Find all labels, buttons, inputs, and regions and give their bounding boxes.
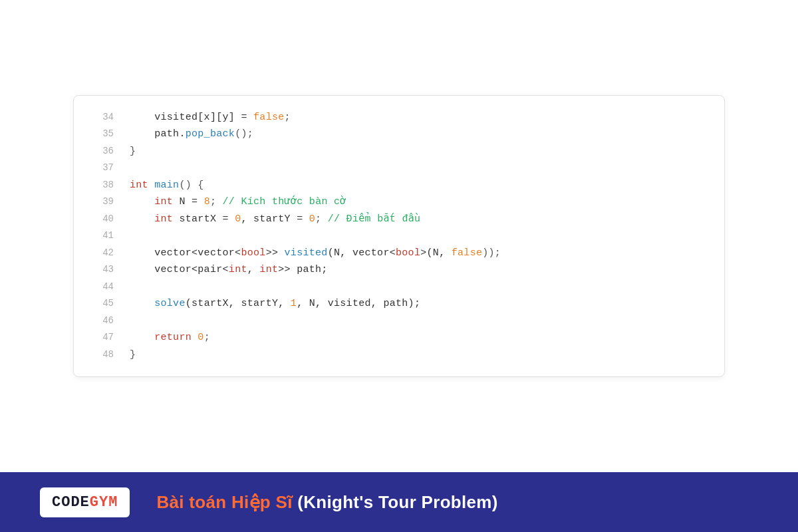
code-line: 47 return 0; (74, 329, 724, 346)
footer: CODEGYM Bài toán Hiệp Sĩ (Knight's Tour … (0, 472, 798, 532)
line-content: int N = 8; // Kích thước bàn cờ (130, 194, 346, 211)
code-line: 45 solve(startX, startY, 1, N, visited, … (74, 295, 724, 313)
token: } (130, 146, 136, 157)
line-content: visited[x][y] = false; (130, 109, 291, 126)
code-line: 39 int N = 8; // Kích thước bàn cờ (74, 194, 724, 211)
code-line: 35 path.pop_back(); (74, 126, 724, 143)
token: ; (315, 213, 328, 225)
token: vector<vector< (130, 247, 241, 259)
line-content: vector<pair<int, int>> path; (130, 261, 328, 279)
token (192, 332, 198, 343)
line-number: 40 (87, 211, 114, 227)
line-number: 44 (87, 279, 114, 295)
logo-box: CODEGYM (40, 487, 130, 517)
line-content: } (130, 346, 136, 364)
token: false (253, 112, 285, 123)
token: path. (130, 128, 186, 140)
token: (); (235, 128, 253, 140)
token: // Kích thước bàn cờ (223, 196, 346, 207)
line-content: int main() { (130, 177, 204, 194)
token: , startY = (241, 213, 309, 225)
line-number: 38 (87, 178, 114, 194)
token: 0 (309, 213, 315, 225)
line-number: 45 (87, 296, 114, 312)
token: , (247, 264, 260, 275)
token: int (154, 196, 173, 207)
token: solve (154, 298, 186, 309)
line-number: 48 (87, 347, 114, 363)
line-content: path.pop_back(); (130, 126, 253, 143)
token: int (154, 213, 173, 225)
line-number: 42 (87, 245, 114, 261)
main-content: 34 visited[x][y] = false;35 path.pop_bac… (0, 0, 798, 472)
line-number: 35 (87, 126, 114, 142)
token: // Điểm bắt đầu (328, 213, 421, 225)
token: visited[x][y] = (130, 112, 253, 123)
line-content (130, 313, 136, 330)
logo-accent: GYM (90, 494, 118, 511)
token: bool (396, 247, 420, 259)
code-line: 43 vector<pair<int, int>> path; (74, 261, 724, 279)
token: () { (179, 180, 203, 191)
token: ; (210, 196, 223, 207)
token (130, 196, 154, 207)
line-content: solve(startX, startY, 1, N, visited, pat… (130, 295, 420, 313)
token: vector<pair< (130, 264, 229, 275)
token: int (229, 264, 247, 275)
token: (startX, startY, (186, 298, 291, 309)
token: pop_back (186, 128, 235, 140)
code-line: 36} (74, 143, 724, 160)
token: >(N, (420, 247, 452, 259)
logo-text: CODEGYM (52, 494, 118, 511)
token (130, 298, 154, 309)
token (130, 332, 154, 343)
line-number: 47 (87, 330, 114, 346)
token: (N, vector< (328, 247, 396, 259)
token: bool (241, 247, 265, 259)
line-content: vector<vector<bool>> visited(N, vector<b… (130, 245, 501, 262)
code-line: 44 (74, 279, 724, 296)
footer-title: Bài toán Hiệp Sĩ (Knight's Tour Problem) (156, 492, 497, 513)
line-content (130, 279, 136, 296)
token: visited (285, 247, 328, 259)
token: ; (204, 332, 210, 343)
footer-title-viet: Bài toán Hiệp Sĩ (156, 492, 292, 512)
token: int (130, 180, 148, 191)
line-number: 36 (87, 144, 114, 160)
code-line: 37 (74, 160, 724, 177)
code-line: 38int main() { (74, 177, 724, 194)
token: N = (173, 196, 204, 207)
token: 1 (291, 298, 297, 309)
token: } (130, 349, 136, 360)
line-content: } (130, 143, 136, 160)
line-content (130, 227, 136, 245)
token: 0 (198, 332, 203, 343)
token: false (452, 247, 483, 259)
code-line: 46 (74, 313, 724, 330)
token: return (154, 332, 192, 343)
token (148, 180, 154, 191)
token: int (259, 264, 278, 275)
token: , N, visited, path); (297, 298, 420, 309)
line-content (130, 160, 136, 177)
token: main (154, 180, 179, 191)
line-number: 37 (87, 160, 114, 176)
line-number: 39 (87, 194, 114, 210)
line-number: 43 (87, 262, 114, 278)
code-line: 42 vector<vector<bool>> visited(N, vecto… (74, 245, 724, 262)
line-number: 41 (87, 228, 114, 244)
line-content: int startX = 0, startY = 0; // Điểm bắt … (130, 211, 420, 228)
token (130, 213, 154, 225)
token: >> (266, 247, 285, 259)
code-line: 34 visited[x][y] = false; (74, 109, 724, 126)
code-line: 48} (74, 346, 724, 364)
code-line: 41 (74, 227, 724, 245)
code-block: 34 visited[x][y] = false;35 path.pop_bac… (73, 95, 725, 378)
token: )); (482, 247, 501, 259)
token: 8 (204, 196, 210, 207)
line-content: return 0; (130, 329, 210, 346)
line-number: 34 (87, 110, 114, 126)
code-line: 40 int startX = 0, startY = 0; // Điểm b… (74, 211, 724, 228)
token: >> path; (278, 264, 327, 275)
token: startX = (173, 213, 235, 225)
